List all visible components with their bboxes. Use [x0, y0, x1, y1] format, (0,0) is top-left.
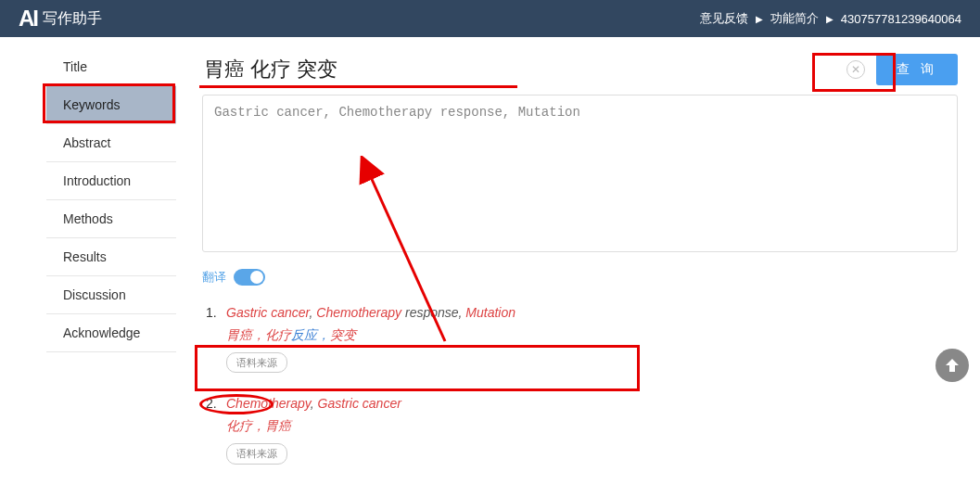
source-tag[interactable]: 语料来源 — [226, 443, 287, 465]
sidebar-item-acknowledge[interactable]: Acknowledge — [46, 314, 176, 352]
content: Title Keywords Abstract Introduction Met… — [0, 37, 980, 484]
scroll-to-top-button[interactable] — [935, 349, 969, 382]
chevron-right-icon: ▶ — [756, 14, 763, 24]
query-button[interactable]: 查 询 — [876, 54, 958, 85]
translate-toggle[interactable] — [234, 269, 265, 286]
sidebar: Title Keywords Abstract Introduction Met… — [0, 48, 176, 484]
logo-icon: AI — [19, 6, 37, 32]
result-english: Chemotherapy, Gastric cancer — [226, 393, 958, 415]
sidebar-item-discussion[interactable]: Discussion — [46, 276, 176, 314]
translate-label: 翻译 — [202, 269, 226, 286]
logo: AI 写作助手 — [19, 6, 102, 32]
sidebar-item-introduction[interactable]: Introduction — [46, 162, 176, 200]
search-row: ✕ 查 询 — [202, 48, 958, 95]
sidebar-item-keywords[interactable]: Keywords — [46, 86, 176, 124]
results-list: 1. Gastric cancer, Chemotherapy response… — [202, 302, 958, 465]
intro-link[interactable]: 功能简介 — [770, 10, 819, 27]
sidebar-item-results[interactable]: Results — [46, 238, 176, 276]
header: AI 写作助手 意见反馈 ▶ 功能简介 ▶ 430757781239640064 — [0, 0, 980, 37]
clear-icon[interactable]: ✕ — [846, 60, 865, 79]
header-right: 意见反馈 ▶ 功能简介 ▶ 430757781239640064 — [700, 10, 961, 27]
sidebar-item-abstract[interactable]: Abstract — [46, 124, 176, 162]
result-item: 1. Gastric cancer, Chemotherapy response… — [206, 302, 958, 373]
logo-text: 写作助手 — [43, 9, 102, 29]
search-input[interactable] — [202, 54, 835, 85]
translate-switch-row: 翻译 — [202, 269, 958, 286]
output-textarea[interactable]: Gastric cancer, Chemotherapy response, M… — [202, 95, 958, 252]
user-id[interactable]: 430757781239640064 — [841, 12, 961, 26]
result-english: Gastric cancer, Chemotherapy response, M… — [226, 302, 958, 325]
chevron-right-icon: ▶ — [826, 14, 834, 24]
feedback-link[interactable]: 意见反馈 — [700, 10, 748, 27]
result-number: 2. — [206, 393, 217, 415]
sidebar-item-methods[interactable]: Methods — [46, 200, 176, 238]
sidebar-item-title[interactable]: Title — [46, 48, 176, 86]
source-tag[interactable]: 语料来源 — [226, 352, 287, 374]
result-number: 1. — [206, 302, 217, 325]
main: ✕ 查 询 Gastric cancer, Chemotherapy respo… — [176, 48, 980, 484]
result-item: 2. Chemotherapy, Gastric cancer 化疗，胃癌 语料… — [206, 393, 958, 464]
result-chinese: 胃癌，化疗反应，突变 — [226, 325, 958, 347]
result-chinese: 化疗，胃癌 — [226, 415, 958, 438]
